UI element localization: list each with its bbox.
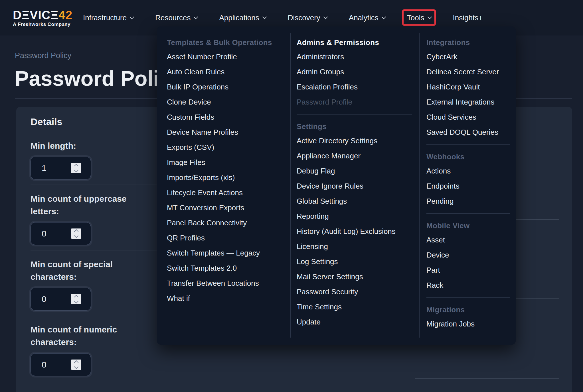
nav-item-tools[interactable]: Tools — [407, 13, 431, 22]
nav-item-insights[interactable]: Insights+ — [453, 13, 483, 22]
menu-item-escalation-profiles[interactable]: Escalation Profiles — [297, 79, 412, 95]
menu-item-rack[interactable]: Rack — [426, 278, 510, 293]
menu-item-history-audit-log-exclusions[interactable]: History (Audit Log) Exclusions — [297, 224, 412, 239]
field-min-length: Min length:1 — [31, 140, 139, 152]
menu-column-divider — [419, 33, 420, 338]
menu-item-log-settings[interactable]: Log Settings — [297, 254, 412, 269]
menu-item-switch-templates-legacy[interactable]: Switch Templates — Legacy — [167, 246, 290, 261]
menu-item-appliance-manager[interactable]: Appliance Manager — [297, 148, 412, 164]
number-input-min-count-of-uppercase-letters[interactable]: 0 — [31, 222, 91, 245]
menu-item-debug-flag[interactable]: Debug Flag — [297, 164, 412, 179]
menu-item-update[interactable]: Update — [297, 315, 412, 330]
number-input-value: 0 — [42, 360, 46, 369]
menu-item-saved-doql-queries[interactable]: Saved DOQL Queries — [426, 125, 510, 140]
number-input-min-count-of-numeric-characters[interactable]: 0 — [31, 353, 91, 376]
menu-section-header-mobile-view: Mobile View — [426, 219, 510, 232]
chevron-down-icon — [382, 15, 386, 19]
field-label: Min count of uppercase letters: — [31, 193, 133, 218]
nav-item-discovery[interactable]: Discovery — [288, 13, 327, 22]
spinner-stepper-button[interactable] — [71, 228, 81, 239]
menu-item-bulk-ip-operations[interactable]: Bulk IP Operations — [167, 79, 290, 95]
menu-column-1: Templates & Bulk OperationsAsset Number … — [167, 36, 290, 306]
nav-item-label: Discovery — [288, 13, 320, 22]
chevron-down-icon — [194, 15, 198, 19]
menu-section-divider — [426, 144, 510, 145]
menu-item-cloud-services[interactable]: Cloud Services — [426, 110, 510, 125]
nav-item-label: Resources — [155, 13, 191, 22]
menu-item-admin-groups[interactable]: Admin Groups — [297, 64, 412, 79]
chevron-down-icon — [130, 15, 134, 19]
menu-section-header-webhooks: Webhooks — [426, 150, 510, 164]
breadcrumb: Password Policy — [15, 51, 71, 60]
logo-text-4: 4 — [58, 8, 65, 21]
chevron-up-icon — [74, 229, 78, 234]
field-label: Min length: — [31, 140, 133, 152]
nav-item-applications[interactable]: Applications — [219, 13, 266, 22]
menu-item-switch-templates-2-0[interactable]: Switch Templates 2.0 — [167, 261, 290, 276]
number-input-min-count-of-special-characters[interactable]: 0 — [31, 288, 91, 311]
nav-item-label: Applications — [219, 13, 259, 22]
menu-item-image-files[interactable]: Image Files — [167, 155, 290, 170]
menu-item-what-if[interactable]: What if — [167, 291, 290, 306]
number-input-min-length[interactable]: 1 — [31, 157, 91, 179]
menu-item-external-integrations[interactable]: External Integrations — [426, 95, 510, 110]
menu-item-endpoints[interactable]: Endpoints — [426, 179, 510, 194]
menu-item-qr-profiles[interactable]: QR Profiles — [167, 230, 290, 246]
device42-logo[interactable]: DΞVICΞ42 A Freshworks Company — [13, 9, 72, 27]
menu-item-mt-conversion-exports[interactable]: MT Conversion Exports — [167, 200, 290, 215]
nav-item-infrastructure[interactable]: Infrastructure — [83, 13, 133, 22]
nav-item-analytics[interactable]: Analytics — [349, 13, 385, 22]
menu-column-3: IntegrationsCyberArkDelinea Secret Serve… — [426, 36, 510, 332]
field-label: Min count of special characters: — [31, 258, 133, 283]
menu-item-panel-back-connectivity[interactable]: Panel Back Connectivity — [167, 215, 290, 230]
field-min-count-of-numeric-characters: Min count of numeric characters:0 — [31, 323, 139, 348]
logo-wordmark: DΞVICΞ42 — [13, 9, 72, 21]
details-heading: Details — [31, 116, 62, 127]
menu-item-global-settings[interactable]: Global Settings — [297, 194, 412, 209]
menu-item-imports-exports-xls[interactable]: Imports/Exports (xls) — [167, 170, 290, 185]
menu-item-device-name-profiles[interactable]: Device Name Profiles — [167, 125, 290, 140]
number-input-value: 0 — [42, 229, 46, 238]
menu-item-lifecycle-event-actions[interactable]: Lifecycle Event Actions — [167, 185, 290, 200]
menu-item-licensing[interactable]: Licensing — [297, 239, 412, 254]
menu-item-migration-jobs[interactable]: Migration Jobs — [426, 317, 510, 332]
menu-item-administrators[interactable]: Administrators — [297, 49, 412, 64]
menu-item-clone-device[interactable]: Clone Device — [167, 95, 290, 110]
nav-item-label: Analytics — [349, 13, 378, 22]
menu-item-exports-csv[interactable]: Exports (CSV) — [167, 140, 290, 155]
menu-item-time-settings[interactable]: Time Settings — [297, 299, 412, 315]
menu-item-part[interactable]: Part — [426, 263, 510, 278]
menu-item-auto-clean-rules[interactable]: Auto Clean Rules — [167, 64, 290, 79]
menu-section-header-settings: Settings — [297, 120, 412, 133]
menu-item-custom-fields[interactable]: Custom Fields — [167, 110, 290, 125]
menu-item-active-directory-settings[interactable]: Active Directory Settings — [297, 133, 412, 148]
nav-item-resources[interactable]: Resources — [155, 13, 197, 22]
menu-item-password-security[interactable]: Password Security — [297, 284, 412, 299]
menu-item-reporting[interactable]: Reporting — [297, 209, 412, 224]
menu-item-asset-number-profile[interactable]: Asset Number Profile — [167, 49, 290, 64]
chevron-down-icon — [74, 168, 78, 173]
menu-item-device[interactable]: Device — [426, 248, 510, 263]
spinner-stepper-button[interactable] — [71, 163, 81, 173]
spinner-stepper-button[interactable] — [71, 294, 81, 304]
field-min-count-of-special-characters: Min count of special characters:0 — [31, 258, 139, 283]
menu-section-divider — [297, 114, 412, 115]
menu-item-hashicorp-vault[interactable]: HashiCorp Vault — [426, 79, 510, 95]
menu-section-header-integrations: Integrations — [426, 36, 510, 49]
number-input-value: 1 — [42, 163, 46, 173]
chevron-down-icon — [74, 365, 78, 369]
spinner-stepper-button[interactable] — [71, 360, 81, 370]
logo-tagline: A Freshworks Company — [13, 21, 72, 27]
menu-item-pending[interactable]: Pending — [426, 194, 510, 209]
menu-item-delinea-secret-server[interactable]: Delinea Secret Server — [426, 64, 510, 79]
menu-item-actions[interactable]: Actions — [426, 164, 510, 179]
menu-section-divider — [426, 213, 510, 214]
menu-item-device-ignore-rules[interactable]: Device Ignore Rules — [297, 179, 412, 194]
field-label: Min count of numeric characters: — [31, 323, 133, 348]
menu-item-password-profile: Password Profile — [297, 95, 412, 110]
menu-item-transfer-between-locations[interactable]: Transfer Between Locations — [167, 276, 290, 291]
menu-item-cyberark[interactable]: CyberArk — [426, 49, 510, 64]
menu-item-mail-server-settings[interactable]: Mail Server Settings — [297, 269, 412, 284]
chevron-up-icon — [74, 164, 78, 168]
menu-item-asset[interactable]: Asset — [426, 232, 510, 248]
